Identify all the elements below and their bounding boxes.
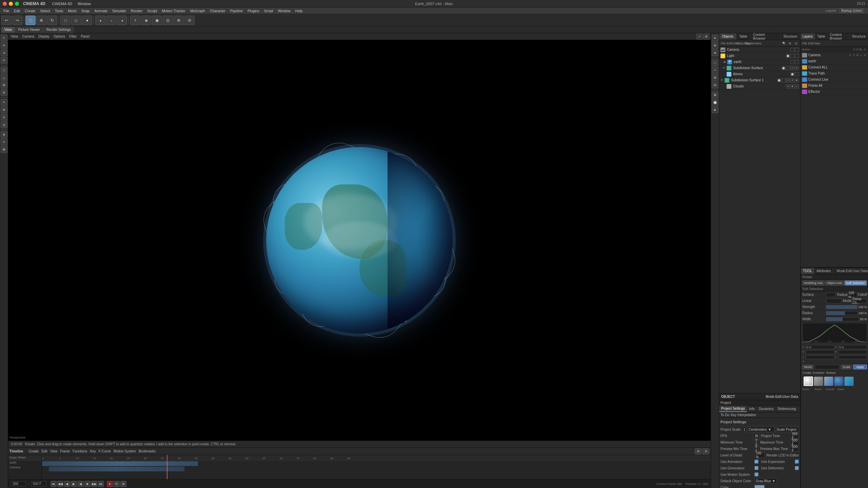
prop-tab-dynamics[interactable]: Dynamics [757, 406, 776, 412]
minimize-button[interactable] [9, 2, 13, 6]
use-expr-check[interactable]: ✓ [795, 460, 799, 464]
light-flag-2[interactable] [790, 54, 794, 58]
pb-end[interactable]: ⏭ [98, 481, 104, 487]
pb-play[interactable]: ▶ [71, 481, 77, 487]
tool-edit[interactable]: Edit [846, 269, 852, 273]
vrt-7[interactable]: ⊟ [712, 82, 718, 88]
objects-tab[interactable]: Objects [719, 33, 736, 40]
menu-tools[interactable]: Tools [53, 7, 65, 14]
layer-effector[interactable]: Effector [801, 89, 868, 95]
lt-special1[interactable]: ⊗ [1, 131, 7, 138]
toolbar-scale[interactable]: ⊕ [36, 16, 46, 25]
subdiv-flag-3[interactable]: ⬡ [790, 66, 794, 70]
tl-menu-create[interactable]: Create [28, 449, 39, 453]
menu-mesh[interactable]: Mesh [66, 7, 79, 14]
menu-pipeline[interactable]: Pipeline [228, 7, 245, 14]
layer-points-all[interactable]: Points All [801, 83, 868, 89]
subdiv2-flag-5[interactable]: ⊕ [795, 78, 799, 82]
layer-connect-all[interactable]: Connect ALL [801, 64, 868, 70]
pb-prev-frame[interactable]: ◀◀ [57, 481, 63, 487]
prop-tab-todo[interactable]: To Do [721, 413, 729, 417]
vp-panel-menu[interactable]: Panel [80, 35, 91, 38]
tl-menu-key[interactable]: Key [90, 449, 96, 453]
menu-help[interactable]: Help [293, 7, 305, 14]
subdiv2-flag-3[interactable]: ⬡ [786, 78, 790, 82]
current-frame-display[interactable]: 368 [11, 481, 26, 486]
lt-draw1[interactable]: ✎ [1, 99, 7, 106]
layer-earth[interactable]: earth [801, 58, 868, 64]
toolbar-redo[interactable]: ↪ [12, 16, 22, 25]
timeline-content[interactable] [42, 461, 711, 479]
menu-sculpt[interactable]: Sculpt [145, 7, 159, 14]
camera-flag-2[interactable] [795, 48, 799, 52]
vp-options-menu[interactable]: Options [52, 35, 66, 38]
min-time-value[interactable]: 0 F [754, 440, 759, 445]
modeling-axis-btn[interactable]: Modeling Axis [802, 281, 825, 285]
toolbar-add1[interactable]: + [130, 16, 140, 25]
lod-value[interactable]: 100 % [754, 452, 765, 458]
close-button[interactable] [3, 2, 7, 6]
tl-menu-fcurve[interactable]: F-Curve [99, 449, 111, 453]
vrt-1[interactable]: ● [712, 35, 718, 41]
fullscreen-button[interactable] [15, 2, 19, 6]
obj-subdiv2[interactable]: ▼ ○ Subdivision Surface 1 ⬤ ⬡ ✕ ⊕ [719, 77, 800, 83]
proj-scale-value[interactable]: 1 [742, 427, 747, 432]
prop-tab-keyinterp[interactable]: Key Interpolation [731, 413, 756, 417]
menu-edit[interactable]: Edit [12, 7, 22, 14]
color-swatch[interactable] [754, 485, 765, 488]
tl-menu-frame[interactable]: Frame [60, 449, 70, 453]
obj-filter[interactable]: ⊞ [787, 41, 793, 46]
apply-btn[interactable]: Apply [853, 365, 867, 369]
menu-mograph[interactable]: MoGraph [188, 7, 207, 14]
viewport[interactable]: Perspective [8, 40, 711, 441]
layer-earth-icon-4[interactable] [860, 60, 863, 63]
use-def-check[interactable]: ✓ [795, 466, 799, 470]
vrt-6[interactable]: ⊞ [712, 74, 718, 81]
toolbar-render3[interactable]: ⬧ [117, 16, 127, 25]
tl-menu-edit[interactable]: Edit [41, 449, 47, 453]
clouds-flag-1[interactable]: ✕ [786, 84, 790, 88]
layer-camera[interactable]: Camera S V M L A [801, 52, 868, 58]
project-item[interactable]: Project [719, 400, 800, 406]
vrt-9[interactable]: ⬤ [712, 99, 718, 106]
subdiv-flag-1[interactable]: ⬤ [782, 66, 786, 70]
lt-draw3[interactable]: S [1, 114, 7, 121]
obj-light[interactable]: ☀ Light ⬤ [719, 53, 800, 59]
earth-flag-2[interactable] [795, 60, 799, 64]
vrt-8[interactable]: ⊠ [712, 92, 718, 98]
z1-value[interactable] [806, 355, 834, 359]
lt-tool1[interactable]: ⬡ [1, 67, 7, 74]
pb-next[interactable]: ▶▶ [91, 481, 97, 487]
layer-icon-5[interactable]: A [863, 54, 867, 57]
prop-mode[interactable]: Mode [766, 395, 774, 399]
toolbar-open[interactable]: ▷ [71, 16, 81, 25]
lt-draw2[interactable]: ⊕ [1, 106, 7, 113]
world-btn[interactable]: World [802, 365, 813, 369]
menu-file[interactable]: File [1, 7, 11, 14]
toolbar-save[interactable]: ● [82, 16, 92, 25]
tool-tab-tool[interactable]: TOOL [801, 268, 814, 274]
menu-simulate[interactable]: Simulate [110, 7, 128, 14]
clouds-flag-3[interactable]: ⬡ [795, 84, 799, 88]
playhead[interactable] [167, 455, 167, 460]
titlebar-menu-window[interactable]: Window [78, 2, 91, 6]
tool-tab-attributes[interactable]: Attributes [814, 268, 833, 274]
lt-special2[interactable]: ≡ [1, 139, 7, 145]
atmos-flag-1[interactable]: ⬤ [790, 72, 794, 76]
lt-rotate[interactable]: ↻ [1, 57, 7, 64]
prop-userdata[interactable]: User Data [782, 395, 798, 399]
prev-min-value[interactable]: 0 F [754, 446, 759, 451]
soft-selection-btn[interactable]: Soft Selection [845, 281, 867, 285]
use-anim-check[interactable]: ✓ [754, 460, 758, 464]
toolbar-undo[interactable]: ↩ [1, 16, 12, 25]
linear-value[interactable] [826, 299, 842, 303]
vrt-4[interactable]: ⬡ [712, 59, 718, 66]
layer-earth-icon-1[interactable] [848, 60, 852, 63]
scale-project-btn[interactable]: Scale Project [775, 427, 799, 432]
menu-window[interactable]: Window [276, 7, 293, 14]
obj-earth[interactable]: ▶ 🌍 earth [719, 59, 800, 65]
menu-plugins[interactable]: Plugins [245, 7, 261, 14]
prop-tab-info[interactable]: Info [747, 406, 757, 412]
tl-tool-2[interactable]: ⊟ [703, 448, 709, 454]
proj-time-value[interactable]: 368 F [790, 433, 799, 439]
